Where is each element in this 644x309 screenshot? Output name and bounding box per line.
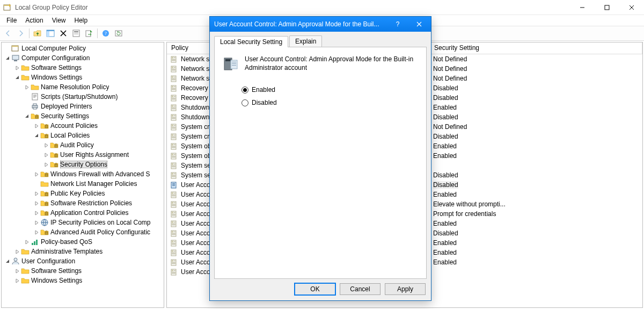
secfolder-icon	[40, 121, 49, 130]
chevron-right-icon[interactable]	[42, 141, 50, 149]
chevron-right-icon[interactable]	[13, 267, 21, 275]
svg-rect-148	[172, 270, 173, 271]
tree-item[interactable]: Windows Settings	[2, 276, 164, 285]
menu-action[interactable]: Action	[21, 16, 47, 25]
chevron-down-icon[interactable]	[13, 74, 21, 81]
close-button[interactable]	[619, 0, 644, 15]
menu-help[interactable]: Help	[70, 16, 92, 25]
chevron-right-icon[interactable]	[42, 161, 50, 168]
apply-button[interactable]: Apply	[385, 283, 426, 295]
dialog-title: User Account Control: Admin Approval Mod…	[214, 20, 387, 28]
radio-enabled[interactable]: Enabled	[241, 86, 419, 94]
tree-item[interactable]: Software Settings	[2, 63, 164, 73]
chevron-right-icon[interactable]	[33, 190, 40, 197]
minimize-button[interactable]	[570, 0, 595, 15]
svg-rect-27	[55, 164, 57, 167]
back-icon[interactable]	[2, 27, 14, 39]
tree-item[interactable]: Public Key Policies	[2, 189, 164, 198]
radio-group: Enabled Disabled	[241, 86, 419, 106]
tree-item[interactable]: Network List Manager Policies	[2, 179, 164, 189]
dialog-help-button[interactable]: ?	[387, 17, 408, 32]
dialog-titlebar[interactable]: User Account Control: Admin Approval Mod…	[210, 17, 431, 32]
tree-item[interactable]: Deployed Printers	[2, 102, 164, 111]
chevron-right-icon[interactable]	[33, 170, 40, 178]
svg-rect-51	[172, 78, 175, 79]
tree-item[interactable]: Administrative Templates	[2, 247, 164, 256]
tree-item[interactable]: Local Computer Policy	[2, 44, 164, 53]
policy-item-icon	[170, 190, 179, 199]
delete-icon[interactable]	[57, 27, 69, 39]
tree-item[interactable]: Security Settings	[2, 111, 164, 121]
properties-icon[interactable]	[70, 27, 82, 39]
chevron-right-icon[interactable]	[13, 277, 21, 284]
dialog-close-button[interactable]	[408, 17, 430, 32]
svg-rect-85	[174, 145, 175, 145]
chevron-down-icon[interactable]	[23, 112, 31, 120]
chevron-right-icon[interactable]	[42, 151, 50, 159]
maximize-button[interactable]	[595, 0, 619, 15]
refresh-icon[interactable]	[113, 27, 125, 39]
tree-item[interactable]: Name Resolution Policy	[2, 82, 164, 92]
forward-icon[interactable]	[15, 27, 27, 39]
ok-button[interactable]: OK	[295, 283, 335, 295]
tree-item-label: Software Restriction Policies	[50, 199, 132, 207]
tree-item[interactable]: Security Options	[2, 160, 164, 169]
svg-rect-20	[33, 104, 36, 105]
policy-item-icon	[170, 200, 179, 209]
tree-pane[interactable]: Local Computer PolicyComputer Configurat…	[1, 42, 164, 308]
chevron-right-icon[interactable]	[33, 209, 40, 217]
svg-rect-60	[174, 96, 175, 97]
tree-item[interactable]: Computer Configuration	[2, 53, 164, 63]
tree-item[interactable]: Application Control Policies	[2, 208, 164, 218]
tree-item[interactable]: Account Policies	[2, 121, 164, 131]
chevron-down-icon[interactable]	[33, 132, 40, 139]
tree-item[interactable]: Advanced Audit Policy Configuratic	[2, 227, 164, 237]
chevron-down-icon[interactable]	[4, 54, 11, 62]
tree-item[interactable]: Audit Policy	[2, 140, 164, 150]
policy-icon	[11, 44, 20, 53]
chevron-right-icon[interactable]	[33, 219, 40, 226]
secfolder-icon	[40, 209, 49, 217]
svg-rect-150	[172, 272, 175, 272]
tab-local-security-setting[interactable]: Local Security Setting	[214, 36, 288, 47]
security-setting-value: Elevate without prompti...	[433, 200, 506, 208]
tab-explain[interactable]: Explain	[289, 35, 322, 47]
script-icon	[31, 92, 39, 101]
chevron-right-icon[interactable]	[13, 64, 21, 71]
chevron-right-icon[interactable]	[23, 83, 31, 91]
menu-view[interactable]: View	[48, 16, 70, 25]
tree-item[interactable]: User Rights Assignment	[2, 150, 164, 160]
tree-item[interactable]: Policy-based QoS	[2, 237, 164, 247]
tree-item-label: Deployed Printers	[41, 103, 92, 110]
up-icon[interactable]	[32, 27, 43, 39]
help-icon[interactable]: ?	[100, 27, 112, 39]
show-hide-tree-icon[interactable]	[45, 27, 56, 39]
tree-item[interactable]: Software Settings	[2, 266, 164, 276]
tree-item[interactable]: Local Policies	[2, 131, 164, 140]
cancel-button[interactable]: Cancel	[340, 283, 380, 295]
secfolder-icon	[50, 150, 58, 159]
column-security-setting[interactable]: Security Setting	[430, 42, 642, 54]
chevron-down-icon[interactable]	[4, 257, 11, 265]
tree-item-label: Audit Policy	[60, 141, 94, 149]
chevron-right-icon[interactable]	[33, 228, 40, 236]
tree-item[interactable]: Software Restriction Policies	[2, 198, 164, 208]
chevron-right-icon[interactable]	[23, 238, 31, 246]
radio-disabled[interactable]: Disabled	[241, 99, 419, 106]
svg-rect-15	[12, 46, 18, 47]
tree-item[interactable]: User Configuration	[2, 256, 164, 266]
tree-item[interactable]: IP Security Policies on Local Comp	[2, 218, 164, 227]
chevron-right-icon[interactable]	[13, 248, 21, 255]
security-setting-value: Not Defined	[433, 55, 467, 63]
tree-item[interactable]: Windows Firewall with Advanced S	[2, 169, 164, 179]
export-icon[interactable]	[83, 27, 95, 39]
toolbar-separator	[97, 28, 98, 38]
chevron-right-icon[interactable]	[33, 199, 40, 207]
chevron-right-icon[interactable]	[33, 122, 40, 130]
tree-item[interactable]: Scripts (Startup/Shutdown)	[2, 92, 164, 102]
svg-rect-22	[35, 116, 38, 118]
tree-item[interactable]: Windows Settings	[2, 73, 164, 82]
svg-rect-49	[172, 76, 173, 78]
menu-file[interactable]: File	[2, 16, 21, 25]
svg-rect-128	[172, 231, 173, 233]
